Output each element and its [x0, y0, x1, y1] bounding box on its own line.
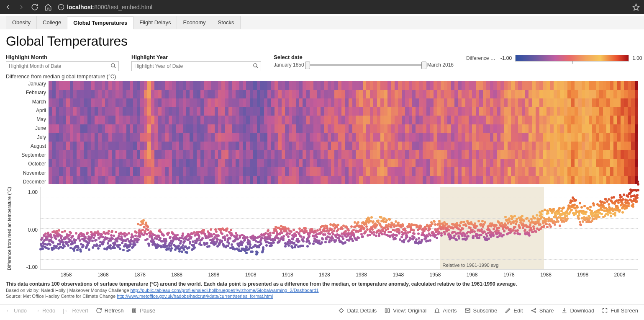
home-icon[interactable] [44, 3, 52, 11]
fullscreen-button[interactable]: Full Screen [602, 307, 638, 314]
heatmap-title: Difference from median global temperatur… [6, 74, 638, 80]
alerts-button[interactable]: Alerts [434, 307, 457, 314]
highlight-month-label: Highlight Month [6, 54, 119, 60]
back-icon[interactable] [4, 3, 12, 11]
svg-marker-3 [633, 4, 639, 10]
tab-college[interactable]: College [36, 16, 67, 29]
month-label: October [6, 161, 46, 166]
month-label: March [6, 99, 46, 104]
search-icon [110, 63, 116, 70]
attribution-1: Based on viz by: Naledi Holly | Makeover… [6, 288, 638, 293]
month-label: May [6, 117, 46, 122]
legend-max: 1.00 [632, 55, 642, 61]
select-date-label: Select date [274, 54, 454, 60]
page-title: Global Temperatures [6, 34, 638, 49]
heatmap[interactable] [49, 81, 638, 184]
download-button[interactable]: Download [561, 307, 594, 314]
attribution-2: Source: Met Office Hadley Centre for Cli… [6, 294, 638, 299]
month-label: January [6, 81, 46, 86]
month-label: April [6, 108, 46, 113]
subscribe-button[interactable]: Subscribe [464, 307, 498, 314]
svg-rect-10 [385, 309, 387, 312]
scatter-plot[interactable]: Relative to 1961-1990 avg [40, 187, 638, 270]
month-label: September [6, 152, 46, 157]
month-label: August [6, 144, 46, 149]
slider-thumb-max[interactable] [421, 62, 426, 69]
attribution-2-link[interactable]: http://www.metoffice.gov.uk/hadobs/hadcr… [117, 294, 273, 299]
view-button[interactable]: View: Original [384, 307, 426, 314]
attribution-1-link[interactable]: http://public.tableau.com/profile/naledi… [131, 288, 319, 293]
legend-min: -1.00 [500, 55, 512, 61]
scatter-x-ticks: 1858186818781888189819081918192819381948… [48, 270, 638, 278]
legend-title: Difference … [466, 55, 495, 61]
slider-max-label: March 2016 [427, 62, 454, 68]
share-button[interactable]: Share [531, 307, 554, 314]
reference-band-label: Relative to 1961-1990 avg [442, 263, 498, 268]
tab-flight-delays[interactable]: Flight Delays [133, 16, 177, 29]
svg-point-6 [254, 64, 257, 67]
highlight-year-label: Highlight Year [131, 54, 261, 60]
tab-global-temperatures[interactable]: Global Temperatures [67, 16, 133, 29]
color-legend: Difference … -1.00 1.00 [466, 55, 642, 62]
refresh-button[interactable]: Refresh [96, 307, 124, 314]
info-icon [58, 4, 64, 10]
bookmark-star-icon[interactable] [632, 3, 640, 11]
reload-icon[interactable] [31, 3, 38, 11]
tab-stocks[interactable]: Stocks [212, 16, 241, 29]
svg-line-7 [257, 67, 258, 68]
pause-button[interactable]: Pause [131, 307, 155, 314]
legend-gradient [515, 55, 629, 62]
svg-line-17 [532, 311, 535, 312]
month-label: July [6, 135, 46, 140]
highlight-year-input[interactable] [131, 61, 261, 71]
forward-icon[interactable] [18, 3, 25, 11]
viz-toolbar: ← Undo → Redo |← Revert Refresh Pause Da… [0, 305, 644, 316]
slider-thumb-min[interactable] [305, 62, 310, 69]
tab-economy[interactable]: Economy [177, 16, 212, 29]
slider-min-label: January 1850 [274, 62, 304, 68]
workbook-tabs: ObesityCollegeGlobal TemperaturesFlight … [0, 16, 644, 29]
month-label: February [6, 90, 46, 95]
highlight-month-input[interactable] [6, 61, 119, 71]
url-host: localhost [67, 4, 92, 10]
svg-rect-11 [388, 309, 390, 312]
scatter-y-axis-title: Difference from median temperature (°C) [6, 187, 13, 270]
month-label: December [6, 179, 46, 184]
edit-button[interactable]: Edit [505, 307, 523, 314]
browser-toolbar: localhost:8000/test_embed.html [0, 0, 644, 14]
svg-line-5 [114, 67, 116, 68]
month-label: November [6, 170, 46, 175]
svg-line-16 [532, 310, 535, 311]
redo-button[interactable]: → Redo [34, 307, 55, 314]
revert-button[interactable]: |← Revert [63, 307, 88, 314]
svg-point-4 [111, 64, 115, 67]
caption: This data contains 100 observations of s… [6, 281, 638, 287]
month-label: June [6, 126, 46, 131]
data-details-button[interactable]: Data Details [338, 307, 377, 314]
svg-rect-9 [135, 309, 136, 312]
date-range-slider[interactable]: January 1850 March 2016 [274, 62, 454, 68]
svg-rect-8 [133, 309, 134, 312]
search-icon [253, 63, 259, 70]
undo-button[interactable]: ← Undo [6, 307, 27, 314]
scatter-y-ticks: 1.000.00-1.00 [13, 187, 40, 270]
address-bar[interactable]: localhost:8000/test_embed.html [58, 4, 152, 10]
heatmap-row-labels: JanuaryFebruaryMarchAprilMayJuneJulyAugu… [6, 81, 49, 184]
tab-obesity[interactable]: Obesity [6, 16, 37, 29]
